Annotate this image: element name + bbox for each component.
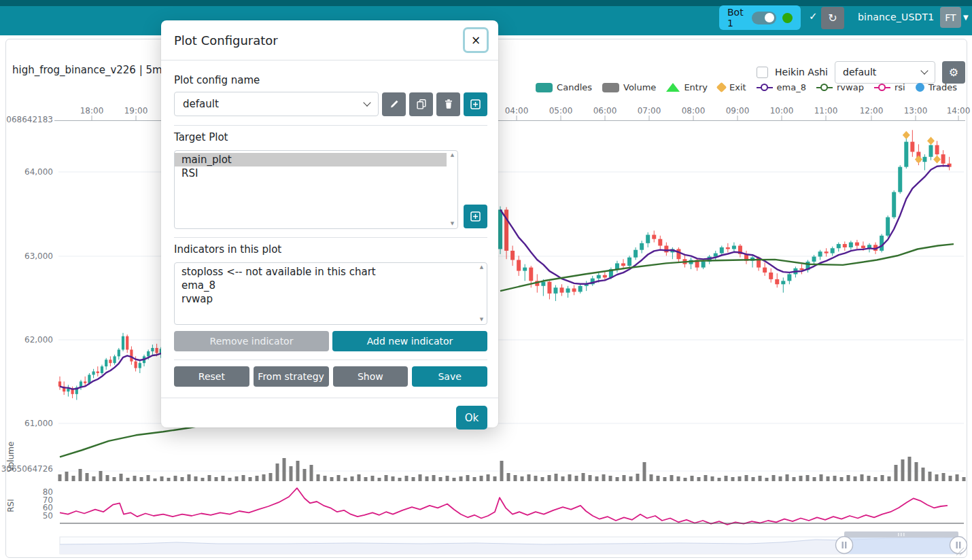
volume-bar <box>432 475 436 481</box>
navigator-handle[interactable] <box>950 537 967 554</box>
navigator-handle[interactable] <box>836 537 853 554</box>
plot-settings-button[interactable]: ⚙ <box>942 61 965 84</box>
legend-item-rsi[interactable]: rsi <box>874 82 905 92</box>
pencil-icon <box>389 99 400 109</box>
volume-bar <box>473 477 476 481</box>
volume-bar <box>303 469 307 481</box>
indicators-list[interactable]: stoploss <-- not available in this chart… <box>174 262 487 325</box>
show-button[interactable]: Show <box>333 366 409 387</box>
indicator-item[interactable]: stoploss <-- not available in this chart <box>175 265 476 279</box>
volume-bar <box>371 476 375 481</box>
target-plot-label: Target Plot <box>174 131 487 143</box>
chevron-down-icon <box>920 67 928 74</box>
rsi-tick-label: 50 <box>43 511 53 521</box>
heikin-ashi-label: Heikin Ashi <box>775 67 828 77</box>
config-name-select[interactable]: default <box>174 92 379 116</box>
candle-body <box>114 356 116 363</box>
legend-item-Entry[interactable]: Entry <box>666 82 708 92</box>
volume-bar <box>521 476 524 481</box>
volume-bar <box>704 475 708 481</box>
volume-bar <box>493 476 497 481</box>
candle-body <box>929 145 933 157</box>
legend-item-Candles[interactable]: Candles <box>536 82 592 92</box>
candle-body <box>547 282 551 294</box>
from-strategy-button[interactable]: From strategy <box>254 366 329 387</box>
legend-item-Trades[interactable]: Trades <box>916 82 957 92</box>
indicator-item[interactable]: rvwap <box>175 292 476 306</box>
volume-bar <box>351 476 354 481</box>
volume-bar <box>833 476 837 481</box>
legend-label: rvwap <box>837 82 864 92</box>
legend-item-ema_8[interactable]: ema_8 <box>757 82 806 92</box>
volume-bar <box>534 476 538 481</box>
candle-body <box>701 262 706 268</box>
rename-config-button[interactable] <box>382 92 406 116</box>
grip-icon <box>903 533 905 536</box>
candle-body <box>652 235 656 239</box>
candle-body <box>105 360 107 366</box>
volume-bar <box>147 475 150 481</box>
legend-item-Exit[interactable]: Exit <box>718 82 746 92</box>
volume-bar <box>561 476 565 481</box>
candle-body <box>122 336 124 350</box>
candle-body <box>646 235 650 243</box>
candle-body <box>147 351 150 356</box>
volume-bar <box>188 474 191 481</box>
volume-bar <box>657 476 660 481</box>
plot-config-select[interactable]: default <box>835 61 935 84</box>
target-plot-list[interactable]: main_plotRSI▲▼ <box>174 150 458 229</box>
indicators-label: Indicators in this plot <box>174 243 487 256</box>
candle-body <box>92 372 95 375</box>
candle-body <box>910 142 914 152</box>
volume-bar <box>398 478 402 481</box>
time-label: 18:00 <box>80 106 104 116</box>
volume-bar <box>928 472 932 481</box>
close-button[interactable]: × <box>463 27 489 53</box>
volume-bar <box>480 476 483 481</box>
volume-bar <box>249 477 252 481</box>
legend-item-Volume[interactable]: Volume <box>602 82 656 92</box>
price-label: 068642183 <box>6 115 53 124</box>
volume-bar <box>120 474 123 481</box>
volume-bar <box>378 478 381 481</box>
save-button[interactable]: Save <box>412 366 487 387</box>
add-plot-button[interactable] <box>464 205 487 228</box>
remove-indicator-button[interactable]: Remove indicator <box>174 331 329 351</box>
volume-bar <box>174 476 177 481</box>
legend-label: Exit <box>729 82 746 92</box>
volume-bar <box>847 475 850 481</box>
target-plot-item[interactable]: RSI <box>175 167 447 180</box>
duplicate-config-button[interactable] <box>409 92 433 116</box>
plus-square-icon <box>470 99 481 110</box>
legend-marker <box>757 84 773 92</box>
ok-button[interactable]: Ok <box>456 406 487 430</box>
candle-body <box>627 258 631 266</box>
exit-marker <box>933 156 941 164</box>
scrollbar[interactable]: ▲▼ <box>448 152 457 228</box>
volume-bar <box>72 476 75 481</box>
reset-button[interactable]: Reset <box>174 366 249 387</box>
target-plot-item[interactable]: main_plot <box>175 153 447 167</box>
indicator-item[interactable]: ema_8 <box>175 279 476 292</box>
volume-bar <box>555 474 558 481</box>
volume-bar <box>629 476 633 481</box>
delete-config-button[interactable] <box>436 92 460 116</box>
volume-bar <box>609 476 612 481</box>
add-config-button[interactable] <box>464 92 487 116</box>
volume-bar <box>262 474 266 481</box>
heikin-ashi-checkbox[interactable] <box>757 67 768 78</box>
rsi-pane-label: RSI <box>6 499 16 512</box>
scrollbar[interactable]: ▲▼ <box>477 264 486 323</box>
volume-bar <box>106 475 109 481</box>
volume-bar <box>840 477 844 481</box>
price-label: 61,000 <box>24 419 53 428</box>
add-indicator-button[interactable]: Add new indicator <box>332 331 487 351</box>
volume-bar <box>160 476 164 481</box>
volume-bar <box>317 474 320 481</box>
candle-body <box>523 268 527 271</box>
candle-body <box>109 360 111 363</box>
exit-marker <box>927 137 935 145</box>
candle-body <box>880 236 884 251</box>
legend-item-rvwap[interactable]: rvwap <box>816 82 864 92</box>
volume-bar <box>663 477 667 481</box>
